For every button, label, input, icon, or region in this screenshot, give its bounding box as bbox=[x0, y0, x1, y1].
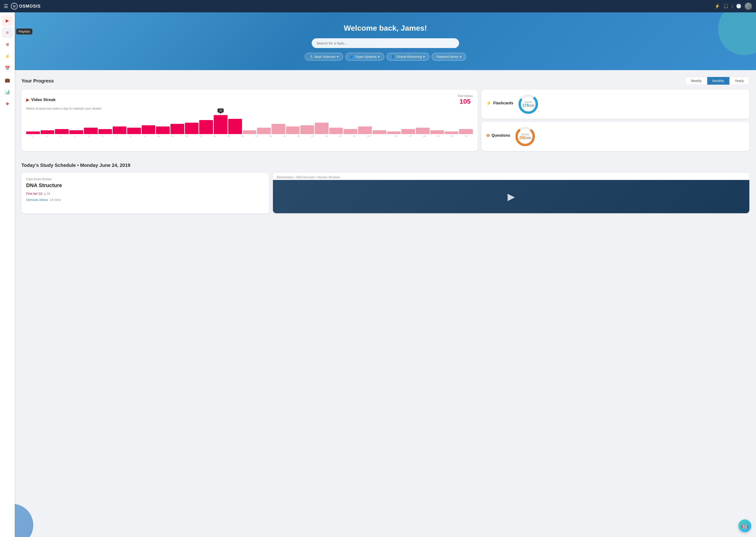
bar-28[interactable] bbox=[416, 128, 430, 134]
featured-series-label: Featured Series bbox=[436, 55, 458, 59]
bar-29[interactable] bbox=[430, 130, 444, 134]
bar-label-19: 19 bbox=[278, 135, 291, 138]
bar-18[interactable] bbox=[272, 124, 285, 134]
flashcards-correct: 179/205 bbox=[522, 103, 534, 108]
bar-label-15: 15 bbox=[222, 135, 235, 138]
bar-label-24: 24 bbox=[348, 135, 361, 138]
progress-cards: ▶ Video Streak Total Videos 105 Watch at… bbox=[21, 90, 749, 151]
bar-6[interactable] bbox=[99, 129, 112, 134]
top-nav: ☰ O OSMOSIS ⚡ 🎧 | 🕐 bbox=[0, 0, 756, 12]
bar-26[interactable] bbox=[387, 132, 401, 134]
sidebar-item-qbank[interactable]: ⊕ bbox=[2, 39, 13, 50]
bar-7[interactable] bbox=[113, 126, 126, 134]
bar-31[interactable] bbox=[459, 129, 473, 134]
sidebar-item-analytics[interactable]: 📊 bbox=[2, 87, 13, 98]
bar-23[interactable] bbox=[344, 129, 357, 134]
sidebar-item-schedule[interactable]: 📅 bbox=[2, 63, 13, 74]
lightning-icon[interactable]: ⚡ bbox=[715, 4, 720, 9]
total-videos-number: 105 bbox=[457, 98, 473, 105]
filter-featured-series[interactable]: Featured Series ▾ bbox=[432, 53, 466, 61]
questions-info: ⊕ Questions bbox=[486, 133, 510, 140]
bar-24[interactable] bbox=[358, 126, 372, 134]
video-play-icon[interactable]: ▶ bbox=[508, 191, 515, 202]
main-content: Welcome back, James! 🔬 Basic Sciences ▾ … bbox=[15, 12, 756, 220]
flashcards-card: ⚡ Flashcards Correct 179/205 bbox=[482, 90, 749, 119]
bar-4[interactable] bbox=[69, 130, 83, 134]
period-yearly[interactable]: Yearly bbox=[730, 77, 749, 85]
organ-systems-chevron: ▾ bbox=[378, 55, 380, 59]
app-logo[interactable]: O OSMOSIS bbox=[11, 3, 41, 10]
progress-header: Your Progress Weekly Monthly Yearly bbox=[21, 77, 749, 85]
bar-12[interactable] bbox=[185, 123, 199, 134]
progress-title: Your Progress bbox=[21, 78, 54, 84]
bar-9[interactable] bbox=[142, 125, 155, 134]
sidebar-item-playlists[interactable]: ≡ bbox=[2, 27, 13, 38]
content-area: Your Progress Weekly Monthly Yearly ▶ Vi… bbox=[15, 70, 756, 220]
hamburger-icon[interactable]: ☰ bbox=[4, 3, 8, 9]
sidebar-item-layers[interactable]: ❖ bbox=[2, 99, 13, 109]
video-thumbnail[interactable]: ▶ bbox=[273, 180, 749, 213]
featured-series-chevron: ▾ bbox=[460, 55, 461, 59]
filter-bar: 🔬 Basic Sciences ▾ 👥 Organ Systems ▾ 👤 C… bbox=[305, 53, 466, 61]
sidebar-tooltip: Playlists bbox=[16, 28, 32, 34]
schedule-link1-row: First Aid '19 p.34 bbox=[26, 191, 264, 196]
bar-27[interactable] bbox=[401, 129, 415, 134]
sidebar-item-videos[interactable]: ▶ bbox=[2, 15, 13, 26]
osmosis-videos-meta: 14 mins bbox=[50, 198, 61, 202]
bar-25[interactable] bbox=[372, 130, 386, 134]
first-aid-link[interactable]: First Aid '19 bbox=[26, 192, 42, 195]
filter-clinical-reasoning[interactable]: 👤 Clinical Reasoning ▾ bbox=[387, 53, 430, 61]
sidebar-item-flashcards[interactable]: ⚡ bbox=[2, 51, 13, 62]
welcome-title: Welcome back, James! bbox=[344, 24, 427, 32]
bar-label-16: 16 bbox=[236, 135, 249, 138]
resources-icon: 💼 bbox=[5, 77, 10, 83]
flashcards-donut: Correct 179/205 bbox=[518, 94, 539, 115]
bar-label-8: 8 bbox=[124, 135, 138, 138]
bar-30[interactable] bbox=[444, 132, 458, 134]
bar-1[interactable] bbox=[26, 132, 40, 134]
bar-label-21: 21 bbox=[306, 135, 319, 138]
bar-8[interactable] bbox=[127, 128, 141, 134]
bar-10[interactable] bbox=[156, 126, 170, 134]
bar-19[interactable] bbox=[286, 126, 300, 134]
first-aid-meta: p.34 bbox=[44, 192, 50, 195]
bar-5[interactable] bbox=[84, 128, 98, 134]
organ-systems-label: Organ Systems bbox=[355, 55, 377, 59]
bar-17[interactable] bbox=[257, 128, 271, 134]
period-monthly[interactable]: Monthly bbox=[707, 77, 730, 85]
headset-icon[interactable]: 🎧 bbox=[723, 4, 729, 9]
bar-14[interactable]: 15 bbox=[214, 115, 228, 134]
filter-basic-sciences[interactable]: 🔬 Basic Sciences ▾ bbox=[305, 53, 343, 61]
bar-11[interactable] bbox=[170, 124, 184, 134]
search-input[interactable] bbox=[312, 38, 459, 48]
hero-section: Welcome back, James! 🔬 Basic Sciences ▾ … bbox=[15, 12, 756, 70]
bar-chart: 15 1234567891011121314151617181920212223… bbox=[26, 114, 473, 138]
bar-22[interactable] bbox=[329, 128, 343, 134]
bar-label-1: 1 bbox=[26, 135, 39, 138]
video-icon: ▶ bbox=[6, 18, 9, 23]
bar-3[interactable] bbox=[55, 129, 69, 134]
total-videos-label: Total Videos bbox=[457, 94, 473, 98]
bar-13[interactable] bbox=[199, 120, 213, 134]
bar-chart-labels: 1234567891011121314151617181920212223242… bbox=[26, 135, 473, 138]
schedule-link2-row: Osmosis videos 14 mins bbox=[26, 197, 264, 202]
bar-label-23: 23 bbox=[334, 135, 347, 138]
schedule-cards: Class Exam Review DNA Structure First Ai… bbox=[21, 173, 749, 213]
bar-label-3: 3 bbox=[54, 135, 67, 138]
period-weekly[interactable]: Weekly bbox=[686, 77, 707, 85]
bar-15[interactable] bbox=[228, 119, 242, 134]
sidebar-item-resources[interactable]: 💼 bbox=[2, 75, 13, 86]
schedule-title: Today's Study Schedule • Monday June 24,… bbox=[21, 163, 749, 168]
bar-label-12: 12 bbox=[180, 135, 193, 138]
bar-2[interactable] bbox=[41, 130, 55, 134]
basic-sciences-chevron: ▾ bbox=[337, 55, 339, 59]
questions-icon: ⊕ bbox=[486, 133, 490, 138]
osmosis-videos-link[interactable]: Osmosis videos bbox=[26, 198, 48, 202]
user-avatar[interactable] bbox=[744, 2, 752, 10]
bar-16[interactable] bbox=[243, 130, 257, 134]
filter-organ-systems[interactable]: 👥 Organ Systems ▾ bbox=[346, 53, 384, 61]
divider: | bbox=[732, 4, 733, 8]
clock-icon[interactable]: 🕐 bbox=[736, 4, 741, 9]
bar-20[interactable] bbox=[300, 125, 314, 134]
bar-21[interactable] bbox=[315, 123, 328, 134]
